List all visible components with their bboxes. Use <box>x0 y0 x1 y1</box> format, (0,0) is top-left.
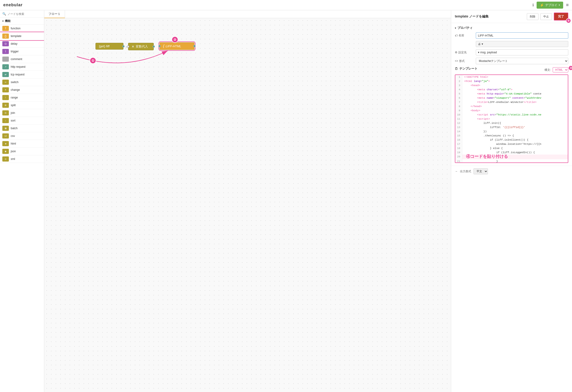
code-line-7: 7 <title>LIFF-enebular-WinActor</title> <box>455 100 568 104</box>
header-right: ℹ ⚡ デプロイ ▾ ≡ <box>532 2 569 9</box>
syntax-select[interactable]: HTML <box>553 67 568 72</box>
dest-label: ⚙ 設定先 <box>455 50 474 54</box>
get-liff-output-port[interactable] <box>122 45 125 47</box>
flow-node-get-liff[interactable]: [get] /liff <box>95 43 124 49</box>
code-line-14: 14 }) <box>455 129 568 134</box>
tcp-request-icon: ⇌ <box>2 72 9 77</box>
properties-title: ▾ プロパティ <box>455 26 568 30</box>
sidebar-item-switch[interactable]: ⇔ switch <box>0 78 44 86</box>
liff-html-label: LIFF-HTML <box>166 45 181 48</box>
json-icon: ◉ <box>2 149 9 154</box>
range-label: range <box>11 96 18 99</box>
search-input[interactable] <box>7 12 42 16</box>
code-editor[interactable]: 1 <!DOCTYPE html> 2 <html lang="ja"> 3 <… <box>455 75 568 163</box>
deploy-button[interactable]: ⚡ デプロイ ▾ <box>537 2 563 9</box>
html-icon: ◈ <box>2 141 9 146</box>
dest-dropdown-icon: ▾ <box>478 51 479 54</box>
join-label: join <box>11 111 15 114</box>
logo: enebular <box>3 2 23 7</box>
name-input[interactable] <box>476 32 568 39</box>
http-request-label: http request <box>11 65 25 68</box>
sidebar-item-http-request[interactable]: ↗ http request <box>0 63 44 71</box>
gear-icon: ⚙ <box>455 51 457 54</box>
code-line-3: 3 <head> <box>455 83 568 88</box>
header: enebular ℹ ⚡ デプロイ ▾ ≡ <box>0 0 572 10</box>
sidebar-item-split[interactable]: ⊞ split <box>0 101 44 109</box>
deploy-icon: ⚡ <box>540 3 544 7</box>
format-select[interactable]: Mustacheテンプレート <box>476 58 568 64</box>
template-header: 🗒 テンプレート 構文: HTML ③ <box>455 67 568 73</box>
sidebar-item-sort[interactable]: ↕ sort <box>0 117 44 125</box>
sidebar-item-range[interactable]: i range <box>0 94 44 101</box>
canvas-area: フロー１ [get] /liff <box>44 10 451 392</box>
format-row: <> 形式 Mustacheテンプレート <box>455 58 568 64</box>
annotation-1: ① <box>90 57 96 64</box>
sidebar-item-delay[interactable]: ⊙ delay <box>0 40 44 48</box>
flow-node-liff-html[interactable]: { LIFF-HTML <box>159 42 194 50</box>
sort-icon: ↕ <box>2 118 9 123</box>
panel-header: template ノードを編集 削除 中止 完了 ⑤ <box>451 10 572 23</box>
code-line-2: 2 <html lang="ja"> <box>455 79 568 83</box>
sidebar-item-csv[interactable]: 12 csv <box>0 132 44 140</box>
sidebar-item-join[interactable]: ⊟ join <box>0 109 44 117</box>
deploy-label: デプロイ <box>545 3 557 7</box>
sidebar: 🔍 ▾ 機能 f function {} template ⊙ delay ⌇ … <box>0 10 44 392</box>
code-line-15: 15 .then(async () => { <box>455 134 568 138</box>
sidebar-item-xml[interactable]: ◎ xml <box>0 155 44 163</box>
annotation-3: ③ <box>568 65 572 71</box>
sidebar-item-batch[interactable]: ▦ batch <box>0 125 44 132</box>
code-line-1: 1 <!DOCTYPE html> <box>455 75 568 79</box>
sidebar-item-function[interactable]: f function <box>0 25 44 32</box>
menu-icon[interactable]: ≡ <box>566 2 569 8</box>
name-label: 🏷 名前 <box>455 33 474 37</box>
code-line-19: 19 if (liff.isLoggedIn()) { <box>455 150 568 155</box>
code-line-12: 12 liff.init({ <box>455 121 568 125</box>
code-line-17: 17 window.location='https://{{n <box>455 142 568 146</box>
sidebar-item-trigger[interactable]: ⌇ trigger <box>0 48 44 55</box>
canvas[interactable]: [get] /liff ✕ 変数代入 { LIFF-HTML ① ② <box>44 18 451 392</box>
flow-node-change[interactable]: ✕ 変数代入 <box>128 43 154 50</box>
csv-icon: 12 <box>2 133 9 139</box>
function-icon: f <box>2 26 9 31</box>
xml-label: xml <box>11 157 15 161</box>
sidebar-item-json[interactable]: ◉ json <box>0 148 44 155</box>
sidebar-item-html[interactable]: ◈ html <box>0 140 44 148</box>
change-icon-node: ✕ <box>132 45 134 48</box>
properties-section: ▾ プロパティ 🏷 名前 🖨 ▾ <box>451 23 572 166</box>
code-line-11: 11 <script> <box>455 117 568 121</box>
sidebar-item-comment[interactable]: comment <box>0 55 44 63</box>
template-format-button[interactable]: 🖨 ▾ <box>476 41 568 47</box>
switch-label: switch <box>11 80 18 84</box>
delay-icon: ⊙ <box>2 41 9 46</box>
cancel-button[interactable]: 中止 <box>540 13 552 20</box>
sidebar-item-change[interactable]: ✕ change <box>0 86 44 94</box>
tab-flow1[interactable]: フロー１ <box>44 10 65 18</box>
change-output-port[interactable] <box>153 45 155 48</box>
done-button[interactable]: 完了 <box>554 13 568 20</box>
sidebar-item-tcp-request[interactable]: ⇌ tcp request <box>0 71 44 78</box>
delay-label: delay <box>11 42 17 45</box>
panel-title: template ノードを編集 <box>455 15 489 19</box>
syntax-label: 構文: <box>544 68 551 72</box>
function-label: function <box>11 27 20 30</box>
dest-row: ⚙ 設定先 ▾ msg. payload <box>455 49 568 55</box>
liff-input-port[interactable] <box>158 45 161 47</box>
main-layout: 🔍 ▾ 機能 f function {} template ⊙ delay ⌇ … <box>0 10 572 392</box>
section-chevron-icon: ▾ <box>2 20 3 22</box>
change-label: change <box>11 88 20 92</box>
dest-value[interactable]: ▾ msg. payload <box>476 49 568 55</box>
delete-button[interactable]: 削除 <box>527 13 539 20</box>
annotation-2: ② <box>172 36 178 43</box>
liff-output-port[interactable] <box>193 45 196 47</box>
properties-chevron-icon: ▾ <box>455 27 456 29</box>
code-line-6: 6 <meta name="viewport" content="width=d… <box>455 96 568 100</box>
sidebar-item-template[interactable]: {} template <box>0 32 44 40</box>
change-input-port[interactable] <box>127 45 129 48</box>
code-line-8: 8 </head> <box>455 104 568 109</box>
output-select[interactable]: 平文 <box>474 168 488 174</box>
batch-label: batch <box>11 127 17 130</box>
output-arrow-icon: → <box>455 170 458 173</box>
sidebar-section-header[interactable]: ▾ 機能 <box>0 18 44 25</box>
template-btn-arrow: ▾ <box>482 42 483 46</box>
info-icon[interactable]: ℹ <box>532 3 534 7</box>
